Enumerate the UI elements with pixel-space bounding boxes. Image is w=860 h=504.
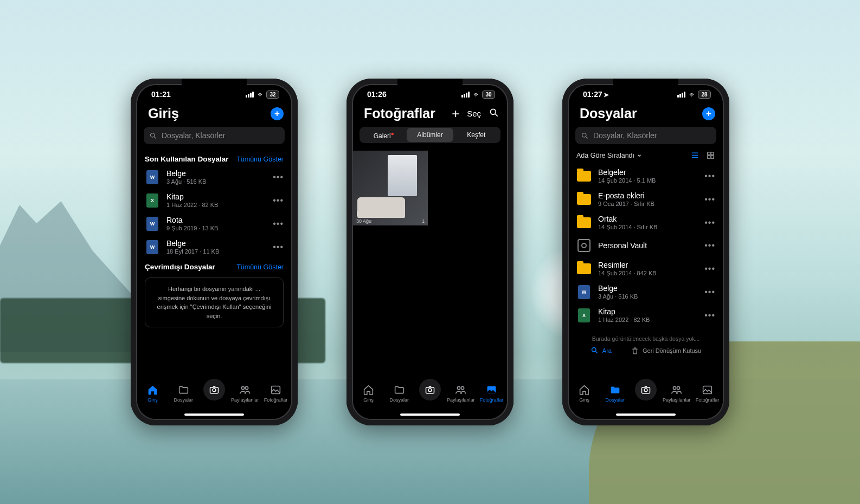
file-more-button[interactable]: ••• bbox=[273, 219, 284, 229]
page-title: Giriş bbox=[148, 106, 179, 121]
svg-rect-22 bbox=[711, 156, 714, 158]
file-name: Belge bbox=[166, 169, 266, 178]
tab-photos[interactable]: Fotoğraflar bbox=[692, 384, 723, 403]
tab-camera-scan[interactable] bbox=[199, 379, 230, 400]
add-button[interactable]: + bbox=[702, 107, 715, 120]
file-more-button[interactable]: ••• bbox=[704, 311, 715, 320]
file-more-button[interactable]: ••• bbox=[704, 218, 715, 228]
file-sub: 14 Şub 2014 · Sıfır KB bbox=[598, 224, 698, 230]
file-row[interactable]: Resimler14 Şub 2014 · 842 KB••• bbox=[569, 257, 723, 280]
folder-icon bbox=[394, 384, 405, 396]
wifi-icon bbox=[256, 91, 264, 98]
home-icon bbox=[147, 384, 158, 396]
segment-albums[interactable]: Albümler bbox=[407, 128, 453, 142]
search-button[interactable] bbox=[489, 107, 499, 120]
file-row[interactable]: W Belge18 Eyl 2017 · 11 KB ••• bbox=[137, 235, 291, 259]
notification-dot-icon: ● bbox=[391, 131, 394, 137]
search-input[interactable]: Dosyalar, Klasörler bbox=[144, 127, 285, 144]
show-all-recent[interactable]: Tümünü Göster bbox=[236, 156, 284, 163]
file-more-button[interactable]: ••• bbox=[704, 264, 715, 274]
svg-point-0 bbox=[151, 133, 155, 137]
file-name: Belge bbox=[166, 239, 266, 248]
header: Dosyalar + bbox=[569, 104, 723, 124]
segment-gallery[interactable]: Galeri● bbox=[361, 127, 407, 143]
tab-photos[interactable]: Fotoğraflar bbox=[260, 384, 291, 403]
excel-icon: X bbox=[146, 193, 158, 208]
file-sub: 18 Eyl 2017 · 11 KB bbox=[166, 248, 266, 255]
list-view-icon[interactable] bbox=[690, 151, 699, 160]
file-sub: 9 Şub 2019 · 13 KB bbox=[166, 225, 266, 231]
tab-home[interactable]: Giriş bbox=[353, 384, 384, 403]
file-more-button[interactable]: ••• bbox=[273, 172, 284, 182]
file-name: Belgeler bbox=[598, 168, 698, 177]
tab-label: Paylaşılanlar bbox=[231, 397, 259, 403]
tab-label: Giriş bbox=[579, 397, 589, 403]
album-thumbnail[interactable]: Ev 30 Ağu 1 bbox=[353, 151, 428, 225]
file-name: Resimler bbox=[598, 261, 698, 269]
clock: 01:27➤ bbox=[583, 90, 609, 99]
image-icon bbox=[486, 384, 497, 396]
tab-home[interactable]: Giriş bbox=[569, 384, 600, 403]
show-all-offline[interactable]: Tümünü Göster bbox=[236, 263, 284, 271]
tab-shared[interactable]: Paylaşılanlar bbox=[661, 384, 692, 403]
album-name: Ev bbox=[356, 210, 364, 218]
svg-point-3 bbox=[213, 389, 216, 392]
file-row[interactable]: Ortak14 Şub 2014 · Sıfır KB••• bbox=[569, 211, 723, 234]
tab-label: Paylaşılanlar bbox=[447, 397, 475, 403]
tab-files[interactable]: Dosyalar bbox=[168, 384, 199, 403]
sort-button[interactable]: Ada Göre Sıralandı bbox=[576, 152, 642, 159]
tab-files[interactable]: Dosyalar bbox=[600, 384, 631, 403]
signal-icon bbox=[677, 92, 685, 98]
tab-home[interactable]: Giriş bbox=[137, 384, 168, 403]
home-indicator[interactable] bbox=[184, 413, 244, 416]
section-recent-title: Son Kullanılan Dosyalar bbox=[145, 155, 229, 163]
home-indicator[interactable] bbox=[400, 413, 460, 416]
svg-point-10 bbox=[428, 389, 432, 392]
word-icon: W bbox=[146, 170, 158, 184]
file-row[interactable]: X Kitap1 Haz 2022 · 82 KB ••• bbox=[137, 189, 291, 212]
home-indicator[interactable] bbox=[616, 413, 676, 416]
svg-rect-20 bbox=[711, 152, 714, 155]
search-input[interactable]: Dosyalar, Klasörler bbox=[575, 127, 716, 144]
location-icon: ➤ bbox=[604, 91, 609, 99]
file-more-button[interactable]: ••• bbox=[704, 287, 715, 297]
album-count: 1 bbox=[422, 218, 425, 224]
svg-point-28 bbox=[677, 386, 680, 389]
file-row[interactable]: WBelge3 Ağu · 516 KB••• bbox=[569, 280, 723, 303]
tab-shared[interactable]: Paylaşılanlar bbox=[445, 384, 476, 403]
file-row[interactable]: XKitap1 Haz 2022 · 82 KB••• bbox=[569, 303, 723, 327]
file-more-button[interactable]: ••• bbox=[704, 241, 715, 250]
svg-rect-29 bbox=[703, 386, 712, 394]
file-more-button[interactable]: ••• bbox=[273, 196, 284, 205]
add-button[interactable]: + bbox=[271, 107, 284, 120]
tab-photos[interactable]: Fotoğraflar bbox=[476, 384, 507, 403]
svg-point-4 bbox=[242, 386, 245, 389]
file-row[interactable]: Personal Vault••• bbox=[569, 234, 723, 257]
search-placeholder: Dosyalar, Klasörler bbox=[162, 131, 226, 140]
add-button[interactable]: + bbox=[452, 106, 459, 121]
file-sub: 3 Ağu · 516 KB bbox=[166, 178, 266, 185]
file-row[interactable]: Belgeler14 Şub 2014 · 5.1 MB••• bbox=[569, 164, 723, 188]
file-more-button[interactable]: ••• bbox=[704, 171, 715, 181]
file-row[interactable]: E-posta ekleri9 Oca 2017 · Sıfır KB••• bbox=[569, 188, 723, 211]
segment-explore[interactable]: Keşfet bbox=[453, 128, 499, 142]
tab-camera-scan[interactable] bbox=[415, 379, 446, 400]
file-row[interactable]: W Rota9 Şub 2019 · 13 KB ••• bbox=[137, 212, 291, 235]
file-row[interactable]: W Belge3 Ağu · 516 KB ••• bbox=[137, 165, 291, 189]
svg-point-23 bbox=[592, 348, 596, 352]
tab-shared[interactable]: Paylaşılanlar bbox=[229, 384, 260, 403]
recycle-action[interactable]: Geri Dönüşüm Kutusu bbox=[631, 346, 701, 354]
file-sub: 3 Ağu · 516 KB bbox=[598, 293, 698, 300]
file-more-button[interactable]: ••• bbox=[273, 242, 284, 252]
svg-point-12 bbox=[461, 386, 464, 389]
select-button[interactable]: Seç bbox=[467, 109, 481, 118]
tab-files[interactable]: Dosyalar bbox=[384, 384, 415, 403]
file-more-button[interactable]: ••• bbox=[704, 195, 715, 204]
section-offline-title: Çevrimdışı Dosyalar bbox=[145, 263, 215, 271]
search-action[interactable]: Ara bbox=[591, 346, 612, 354]
grid-view-icon[interactable] bbox=[706, 151, 715, 160]
header: Fotoğraflar + Seç bbox=[353, 104, 507, 124]
file-name: E-posta ekleri bbox=[598, 191, 698, 200]
tab-camera-scan[interactable] bbox=[631, 379, 662, 400]
file-name: Personal Vault bbox=[598, 241, 698, 250]
